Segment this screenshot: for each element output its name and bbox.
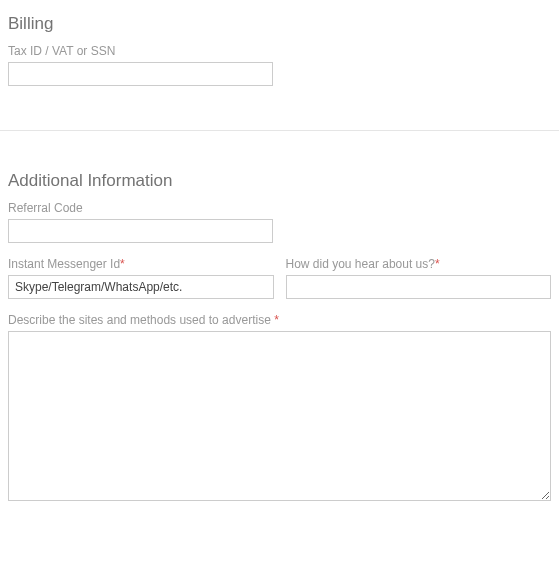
additional-section: Additional Information Referral Code Ins… xyxy=(0,131,559,538)
hear-required-mark: * xyxy=(435,257,440,271)
referral-label: Referral Code xyxy=(8,201,551,215)
im-input[interactable] xyxy=(8,275,274,299)
describe-field-group: Describe the sites and methods used to a… xyxy=(8,313,551,504)
referral-field-group: Referral Code xyxy=(8,201,551,243)
describe-label-text: Describe the sites and methods used to a… xyxy=(8,313,274,327)
tax-label: Tax ID / VAT or SSN xyxy=(8,44,551,58)
billing-title: Billing xyxy=(8,14,551,34)
hear-label-text: How did you hear about us? xyxy=(286,257,435,271)
im-required-mark: * xyxy=(120,257,125,271)
describe-label: Describe the sites and methods used to a… xyxy=(8,313,551,327)
describe-required-mark: * xyxy=(274,313,279,327)
hear-label: How did you hear about us?* xyxy=(286,257,552,271)
im-field-group: Instant Messenger Id* xyxy=(8,257,274,299)
im-hear-row: Instant Messenger Id* How did you hear a… xyxy=(8,257,551,299)
im-label-text: Instant Messenger Id xyxy=(8,257,120,271)
tax-input[interactable] xyxy=(8,62,273,86)
tax-field-group: Tax ID / VAT or SSN xyxy=(8,44,551,86)
describe-textarea[interactable] xyxy=(8,331,551,501)
additional-title: Additional Information xyxy=(8,171,551,191)
billing-section: Billing Tax ID / VAT or SSN xyxy=(0,0,559,130)
hear-input[interactable] xyxy=(286,275,552,299)
referral-input[interactable] xyxy=(8,219,273,243)
im-label: Instant Messenger Id* xyxy=(8,257,274,271)
hear-field-group: How did you hear about us?* xyxy=(286,257,552,299)
